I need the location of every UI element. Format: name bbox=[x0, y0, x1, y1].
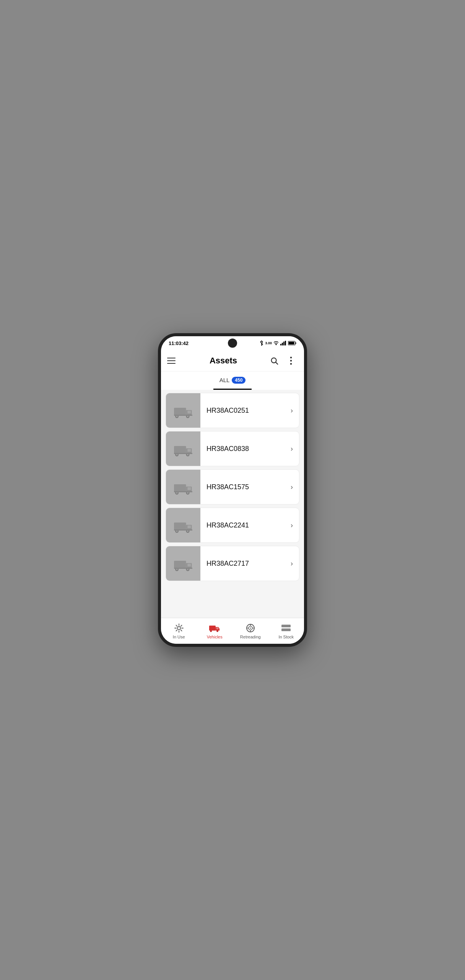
nav-label-in-use: In Use bbox=[173, 635, 185, 639]
asset-info-2: HR38AC1575 bbox=[200, 477, 291, 497]
truck-thumbnail-3 bbox=[172, 515, 195, 536]
vehicles-svg bbox=[209, 624, 220, 632]
truck-thumbnail-1 bbox=[172, 438, 195, 459]
svg-rect-35 bbox=[174, 491, 192, 492]
in-use-icon bbox=[173, 623, 185, 633]
truck-thumbnail-2 bbox=[172, 477, 195, 498]
svg-rect-5 bbox=[296, 342, 296, 344]
page-title: Assets bbox=[179, 356, 267, 366]
asset-thumb-1 bbox=[166, 431, 200, 466]
asset-info-1: HR38AC0838 bbox=[200, 439, 291, 459]
menu-button[interactable] bbox=[167, 355, 179, 367]
asset-thumb-4 bbox=[166, 546, 200, 581]
truck-thumbnail-0 bbox=[172, 400, 195, 421]
svg-rect-53 bbox=[209, 625, 216, 630]
svg-rect-46 bbox=[187, 563, 191, 567]
nav-item-in-stock[interactable]: In Stock bbox=[268, 623, 304, 639]
svg-rect-6 bbox=[289, 342, 294, 345]
retreading-icon bbox=[245, 623, 256, 633]
svg-rect-14 bbox=[187, 410, 191, 413]
svg-point-10 bbox=[290, 360, 292, 361]
tabs-bar: ALL 450 bbox=[161, 371, 304, 390]
phone-frame: 11:03:42 3.00 bbox=[158, 333, 307, 647]
truck-thumbnail-4 bbox=[172, 553, 195, 574]
svg-rect-54 bbox=[216, 627, 219, 629]
svg-rect-51 bbox=[174, 568, 192, 569]
asset-list: HR38AC0251 › HR38AC0838 › bbox=[161, 390, 304, 618]
asset-card-4[interactable]: HR38AC2717 › bbox=[166, 546, 299, 581]
svg-point-58 bbox=[217, 631, 218, 632]
svg-rect-36 bbox=[174, 523, 186, 531]
in-stock-svg bbox=[281, 624, 291, 632]
nav-item-vehicles[interactable]: Vehicles bbox=[197, 623, 233, 639]
nav-label-in-stock: In Stock bbox=[278, 635, 294, 639]
status-icons: 3.00 bbox=[260, 340, 296, 346]
svg-rect-3 bbox=[285, 341, 286, 345]
status-time: 11:03:42 bbox=[169, 340, 189, 346]
asset-thumb-3 bbox=[166, 508, 200, 542]
svg-rect-20 bbox=[174, 446, 186, 454]
asset-chevron-0: › bbox=[291, 407, 299, 415]
svg-rect-38 bbox=[187, 525, 191, 528]
signal-icon bbox=[280, 341, 286, 345]
svg-rect-19 bbox=[174, 415, 192, 416]
svg-rect-28 bbox=[174, 484, 186, 492]
asset-thumb-0 bbox=[166, 393, 200, 428]
header-actions bbox=[267, 354, 298, 368]
tab-all-badge: 450 bbox=[232, 377, 246, 384]
svg-rect-43 bbox=[174, 529, 192, 531]
retreading-svg bbox=[246, 623, 255, 633]
app-header: Assets bbox=[161, 350, 304, 371]
asset-info-0: HR38AC0251 bbox=[200, 400, 291, 421]
asset-name-2: HR38AC1575 bbox=[206, 483, 249, 491]
svg-rect-1 bbox=[282, 343, 283, 345]
wifi-icon bbox=[273, 341, 279, 345]
camera-notch bbox=[228, 339, 237, 348]
asset-name-1: HR38AC0838 bbox=[206, 445, 249, 453]
asset-card-2[interactable]: HR38AC1575 › bbox=[166, 469, 299, 505]
asset-card-0[interactable]: HR38AC0251 › bbox=[166, 393, 299, 428]
tab-all-label: ALL bbox=[219, 377, 230, 383]
svg-line-8 bbox=[276, 362, 278, 364]
asset-chevron-4: › bbox=[291, 560, 299, 568]
more-icon bbox=[290, 357, 292, 365]
asset-info-3: HR38AC2241 bbox=[200, 515, 291, 536]
in-stock-icon bbox=[280, 623, 292, 633]
svg-point-52 bbox=[177, 627, 180, 630]
search-button[interactable] bbox=[267, 354, 281, 368]
svg-rect-0 bbox=[280, 344, 281, 345]
asset-thumb-2 bbox=[166, 470, 200, 504]
asset-name-3: HR38AC2241 bbox=[206, 521, 249, 529]
asset-card-3[interactable]: HR38AC2241 › bbox=[166, 508, 299, 543]
nav-item-in-use[interactable]: In Use bbox=[161, 623, 197, 639]
more-options-button[interactable] bbox=[284, 354, 298, 368]
asset-name-0: HR38AC0251 bbox=[206, 407, 249, 414]
svg-rect-22 bbox=[187, 449, 191, 452]
nav-label-vehicles: Vehicles bbox=[207, 635, 223, 639]
network-stats: 3.00 bbox=[265, 341, 272, 345]
asset-chevron-2: › bbox=[291, 483, 299, 491]
battery-icon bbox=[288, 341, 296, 345]
asset-info-4: HR38AC2717 bbox=[200, 553, 291, 574]
svg-rect-44 bbox=[174, 561, 186, 569]
nav-item-retreading[interactable]: Retreading bbox=[232, 623, 268, 639]
search-icon bbox=[270, 357, 278, 365]
svg-rect-63 bbox=[281, 628, 291, 631]
svg-rect-2 bbox=[283, 342, 285, 345]
tab-all[interactable]: ALL 450 bbox=[213, 371, 252, 390]
asset-name-4: HR38AC2717 bbox=[206, 560, 249, 567]
svg-point-9 bbox=[290, 357, 292, 358]
asset-card-1[interactable]: HR38AC0838 › bbox=[166, 431, 299, 466]
svg-rect-30 bbox=[187, 487, 191, 490]
bottom-nav: In Use Vehicles bbox=[161, 618, 304, 644]
svg-point-56 bbox=[211, 631, 211, 632]
bluetooth-icon bbox=[260, 340, 263, 346]
svg-rect-62 bbox=[281, 625, 291, 627]
asset-chevron-3: › bbox=[291, 521, 299, 529]
in-use-svg bbox=[174, 623, 184, 633]
svg-rect-12 bbox=[174, 408, 186, 416]
svg-point-11 bbox=[290, 363, 292, 365]
svg-point-61 bbox=[250, 627, 251, 628]
asset-chevron-1: › bbox=[291, 445, 299, 453]
nav-label-retreading: Retreading bbox=[240, 635, 261, 639]
